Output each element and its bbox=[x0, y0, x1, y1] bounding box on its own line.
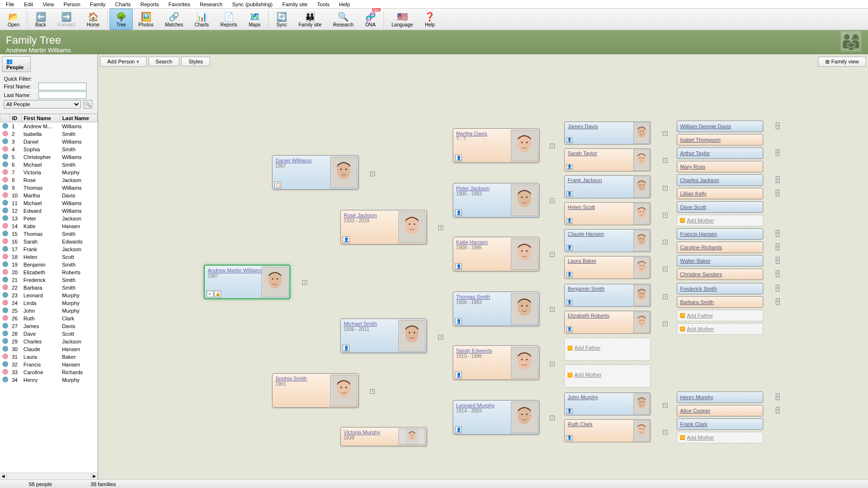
toolbar-home-button[interactable]: 🏠Home bbox=[81, 9, 105, 30]
ancestor-card[interactable]: Mary Ross bbox=[677, 161, 763, 172]
toolbar-research-button[interactable]: 🔍Research bbox=[327, 9, 360, 30]
person-row[interactable]: 21FrederickSmith bbox=[0, 276, 98, 284]
badge-icon[interactable]: 👤 bbox=[455, 209, 462, 216]
person-row[interactable]: 27JamesDavis bbox=[0, 322, 98, 330]
person-row[interactable]: 20ElizabethRoberts bbox=[0, 268, 98, 276]
horizontal-scrollbar[interactable]: ◄► bbox=[0, 473, 98, 479]
connector-node[interactable]: ▫ bbox=[370, 171, 375, 176]
menu-file[interactable]: File bbox=[2, 1, 18, 7]
people-tab[interactable]: 👥 People bbox=[2, 56, 31, 72]
col-first-name[interactable]: First Name bbox=[22, 114, 60, 122]
person-row[interactable]: 28DaveScott bbox=[0, 330, 98, 338]
badge-icon[interactable]: 👤 bbox=[567, 164, 572, 170]
toolbar-open-button[interactable]: 📂Open bbox=[2, 9, 25, 30]
badge-icon[interactable]: 👤 bbox=[567, 245, 572, 251]
person-row[interactable]: 18HelenScott bbox=[0, 253, 98, 261]
styles-button[interactable]: Styles bbox=[181, 57, 210, 66]
person-row[interactable]: 33CarolineRichards bbox=[0, 368, 98, 376]
expand-button[interactable]: › bbox=[776, 122, 780, 129]
connector-node[interactable]: ▫ bbox=[663, 186, 668, 191]
person-row[interactable]: 25JohnMurphy bbox=[0, 307, 98, 315]
person-row[interactable]: 1Andrew M...Williams bbox=[0, 122, 98, 131]
person-card[interactable]: John Murphy👤 bbox=[564, 392, 651, 415]
person-card[interactable]: Add Father bbox=[564, 338, 651, 361]
badge-icon[interactable]: 👤 bbox=[567, 137, 572, 143]
person-row[interactable]: 11MichaelWilliams bbox=[0, 199, 98, 207]
toolbar-sync-button[interactable]: 🔄Sync bbox=[271, 9, 293, 30]
badge-icon[interactable]: 👤 bbox=[455, 263, 462, 270]
person-row[interactable]: 5ChristopherWilliams bbox=[0, 153, 98, 161]
person-row[interactable]: 6MichaelSmith bbox=[0, 161, 98, 169]
badge-icon[interactable]: 👤 bbox=[343, 236, 349, 243]
person-row[interactable]: 2IsabellaSmith bbox=[0, 130, 98, 138]
connector-node[interactable]: ▫ bbox=[438, 335, 443, 340]
person-card[interactable]: Katie Hansen1908 - 1995👤 bbox=[453, 237, 539, 271]
person-row[interactable]: 15ThomasSmith bbox=[0, 230, 98, 238]
person-card[interactable]: Victoria Murphy1939 bbox=[340, 427, 427, 446]
person-card[interactable]: Laura Baker👤 bbox=[564, 256, 651, 279]
person-card[interactable]: Claude Hansen👤 bbox=[564, 229, 651, 252]
person-card[interactable]: Elizabeth Roberts👤 bbox=[564, 311, 651, 334]
person-row[interactable]: 10MarthaDavis bbox=[0, 192, 98, 199]
person-row[interactable]: 22BarbaraSmith bbox=[0, 284, 98, 292]
person-row[interactable]: 31LauraBaker bbox=[0, 353, 98, 361]
person-card[interactable]: Rose Jackson1933 - 2019👤 bbox=[340, 210, 427, 244]
ancestor-card[interactable]: William George Davis bbox=[677, 121, 763, 132]
badge-icon[interactable]: 👤 bbox=[567, 191, 572, 197]
person-row[interactable]: 8RoseJackson bbox=[0, 176, 98, 184]
expand-button[interactable]: › bbox=[776, 298, 780, 305]
menu-person[interactable]: Person bbox=[60, 1, 84, 7]
add-ancestor-link[interactable]: Add Father bbox=[677, 310, 763, 321]
badge-icon[interactable]: 👤 bbox=[343, 345, 349, 352]
badge-icon[interactable]: 👤 bbox=[455, 155, 462, 161]
ancestor-card[interactable]: Francis Hansen bbox=[677, 228, 763, 240]
person-card[interactable]: Martha Davis? - ?👤 bbox=[453, 128, 539, 163]
connector-node[interactable]: ▫ bbox=[550, 415, 555, 420]
person-card[interactable]: Sophia Smith1961 bbox=[272, 373, 359, 408]
person-row[interactable]: 29CharlesJackson bbox=[0, 338, 98, 345]
ancestor-card[interactable]: Christine Sanders bbox=[677, 268, 763, 280]
badge-icon[interactable]: ✓ bbox=[207, 291, 213, 297]
person-row[interactable]: 30ClaudeHansen bbox=[0, 345, 98, 353]
person-row[interactable]: 7VictoriaMurphy bbox=[0, 169, 98, 176]
person-card[interactable]: Andrew Martin Williams1987✓🔒 bbox=[204, 265, 290, 299]
toolbar-reports-button[interactable]: 📄Reports bbox=[214, 9, 243, 30]
person-card[interactable]: Leonard Murphy1914 - 2003👤 bbox=[453, 400, 539, 435]
connector-node[interactable]: ▫ bbox=[663, 213, 668, 218]
menu-tools[interactable]: Tools bbox=[313, 1, 334, 7]
search-button[interactable]: Search bbox=[149, 57, 180, 66]
ancestor-card[interactable]: Frederick Smith bbox=[677, 283, 763, 294]
badge-icon[interactable]: 🔒 bbox=[214, 291, 221, 297]
person-row[interactable]: 13PeterJackson bbox=[0, 215, 98, 222]
ancestor-card[interactable]: Isabel Thompson bbox=[677, 134, 763, 146]
person-card[interactable]: Sarah Edwards1910 - 1998👤 bbox=[453, 345, 539, 380]
menu-edit[interactable]: Edit bbox=[20, 1, 37, 7]
expand-button[interactable]: › bbox=[776, 407, 780, 414]
toolbar-language-button[interactable]: 🇺🇸Language bbox=[386, 9, 419, 30]
family-view-button[interactable]: ⊞ Family view bbox=[818, 57, 866, 67]
badge-icon[interactable]: 👤 bbox=[567, 300, 572, 305]
toolbar-help-button[interactable]: ❓Help bbox=[419, 9, 441, 30]
badge-icon[interactable]: 📋 bbox=[274, 182, 281, 188]
toolbar-dna-button[interactable]: 🧬DNANew bbox=[360, 9, 382, 30]
badge-icon[interactable]: 👤 bbox=[567, 327, 572, 332]
connector-node[interactable]: ▫ bbox=[550, 252, 555, 257]
menu-favorites[interactable]: Favorites bbox=[165, 1, 194, 7]
badge-icon[interactable]: 👤 bbox=[567, 435, 572, 441]
search-icon-button[interactable]: 🔍 bbox=[84, 100, 92, 109]
person-card[interactable]: James Davis👤 bbox=[564, 122, 651, 145]
connector-node[interactable]: ▫ bbox=[663, 240, 668, 244]
ancestor-card[interactable]: Frank Clark bbox=[677, 418, 763, 430]
expand-button[interactable]: › bbox=[776, 149, 780, 156]
person-row[interactable]: 9ThomasWilliams bbox=[0, 184, 98, 192]
connector-node[interactable]: ▫ bbox=[550, 198, 555, 203]
toolbar-tree-button[interactable]: 🌳Tree bbox=[110, 9, 133, 30]
toolbar-charts-button[interactable]: 📊Charts bbox=[189, 9, 214, 30]
expand-button[interactable]: › bbox=[776, 393, 780, 400]
person-row[interactable]: 4SophiaSmith bbox=[0, 146, 98, 153]
menu-family[interactable]: Family bbox=[86, 1, 109, 7]
toolbar-maps-button[interactable]: 🗺️Maps bbox=[243, 9, 266, 30]
ancestor-card[interactable]: Lillian Kelly bbox=[677, 188, 763, 199]
toolbar-forward-button[interactable]: ➡️Forward bbox=[52, 9, 81, 30]
person-row[interactable]: 24LindaMurphy bbox=[0, 299, 98, 307]
